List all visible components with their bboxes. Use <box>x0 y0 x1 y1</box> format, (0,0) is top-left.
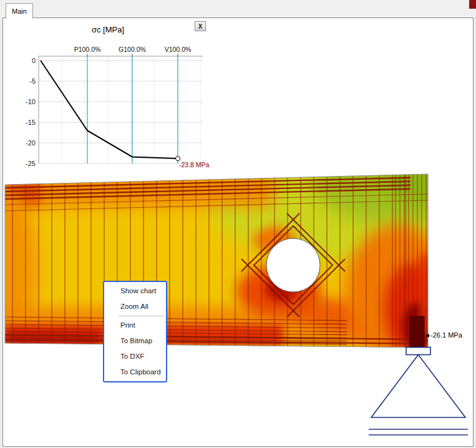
menu-separator <box>119 316 164 316</box>
menu-item-print[interactable]: Print <box>104 318 166 333</box>
menu-item-zoom-all[interactable]: Zoom All <box>104 299 166 314</box>
stage-label: V100.0% <box>165 46 192 53</box>
bearing-plate <box>410 316 424 347</box>
stress-contours <box>0 144 476 356</box>
stress-chart-panel: σc [MPa] 0-5-10-15-20-25P100.0%G100.0%V1… <box>17 22 217 172</box>
y-tick-label: -15 <box>26 119 36 126</box>
chart-close-button[interactable]: X <box>195 21 206 31</box>
stage-label: P100.0% <box>74 46 101 53</box>
menu-item-to-bitmap[interactable]: To Bitmap <box>104 333 166 349</box>
tab-main[interactable]: Main <box>6 3 33 19</box>
tab-bar: Main <box>0 0 476 17</box>
menu-item-to-dxf[interactable]: To DXF <box>104 349 166 364</box>
support-plate <box>406 348 430 355</box>
support-stress-label: -26.1 MPa <box>430 331 462 339</box>
support-triangle <box>371 355 465 418</box>
y-tick-label: 0 <box>32 57 36 64</box>
stage-label: G100.0% <box>119 46 146 53</box>
y-tick-label: -25 <box>26 160 36 167</box>
beam-opening <box>266 238 320 292</box>
end-value-label: -23.8 MPa <box>179 161 210 168</box>
chart-canvas: 0-5-10-15-20-25P100.0%G100.0%V100.0%-23.… <box>17 22 217 172</box>
y-tick-label: -5 <box>29 77 36 85</box>
end-marker <box>176 157 180 161</box>
context-menu: Show chart Zoom All Print To Bitmap To D… <box>103 281 167 382</box>
support-symbol <box>369 348 468 436</box>
titlebar-red-fragment <box>469 0 476 9</box>
y-tick-label: -20 <box>26 139 36 147</box>
tab-main-label: Main <box>12 7 27 15</box>
menu-item-show-chart[interactable]: Show chart <box>104 283 166 299</box>
stress-curve <box>41 61 178 158</box>
stress-point-marker <box>427 334 430 338</box>
y-tick-label: -10 <box>26 98 36 105</box>
menu-item-to-clipboard[interactable]: To Clipboard <box>104 364 166 380</box>
